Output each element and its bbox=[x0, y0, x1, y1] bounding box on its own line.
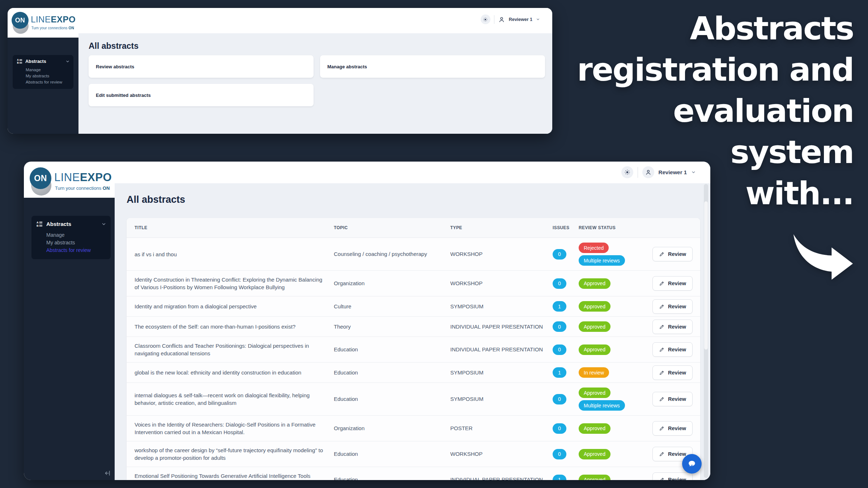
status-badge: Multiple reviews bbox=[579, 255, 625, 266]
card-manage-abstracts[interactable]: Manage abstracts bbox=[320, 55, 545, 78]
pen-edit-icon bbox=[659, 425, 665, 431]
column-header-topic: TOPIC bbox=[334, 225, 450, 230]
abstract-title: global is the new local: ethnicity and i… bbox=[127, 364, 334, 381]
review-button[interactable]: Review bbox=[652, 421, 693, 436]
status-badge: Approved bbox=[579, 388, 610, 398]
divider bbox=[638, 167, 638, 178]
sidebar-item-my-abstracts[interactable]: My abstracts bbox=[46, 239, 106, 247]
logo-circle-text: ON bbox=[15, 17, 25, 24]
brand-name-bold: EXPO bbox=[51, 14, 76, 24]
review-button[interactable]: Review bbox=[652, 276, 693, 291]
window-scrollbar[interactable] bbox=[704, 184, 708, 478]
table-row: workshop of the career design by “self-f… bbox=[127, 441, 700, 467]
review-button[interactable]: Review bbox=[652, 472, 693, 480]
sidebar-item-abstracts-for-review[interactable]: Abstracts for review bbox=[26, 79, 70, 85]
review-button[interactable]: Review bbox=[652, 320, 693, 334]
sidebar-item-abstracts[interactable]: A B Abstracts bbox=[37, 221, 106, 227]
issues-count-badge: 0 bbox=[553, 344, 566, 355]
pen-edit-icon bbox=[659, 324, 665, 330]
review-status-cell: ApprovedMultiple reviews bbox=[579, 383, 645, 415]
sidebar-menu: A B Abstracts Manage My abstracts Abstra… bbox=[31, 216, 111, 259]
review-button-label: Review bbox=[668, 425, 686, 431]
abstract-topic: Education bbox=[334, 395, 450, 403]
sidebar-item-abstracts-for-review[interactable]: Abstracts for review bbox=[46, 247, 106, 254]
abstract-type: WORKSHOP bbox=[450, 251, 553, 258]
pen-edit-icon bbox=[659, 347, 665, 352]
theme-toggle-button[interactable] bbox=[481, 14, 490, 24]
page-title: All abstracts bbox=[89, 41, 139, 51]
review-button-label: Review bbox=[668, 324, 686, 330]
brand-name-regular: LINE bbox=[54, 171, 80, 184]
tagline-text: Turn your connections bbox=[31, 26, 69, 30]
status-badge: Multiple reviews bbox=[579, 400, 625, 411]
review-button[interactable]: Review bbox=[652, 247, 693, 261]
logo-circle-text: ON bbox=[34, 174, 47, 183]
status-badge: Approved bbox=[579, 449, 610, 459]
review-button-label: Review bbox=[668, 281, 686, 286]
issues-count-badge: 1 bbox=[553, 301, 566, 312]
headline-line: Abstracts bbox=[577, 8, 854, 49]
logo-area: ON LINEEXPO Turn your connections ON bbox=[8, 8, 78, 38]
pen-edit-icon bbox=[659, 304, 665, 309]
abstract-type: WORKSHOP bbox=[450, 280, 553, 287]
abstract-topic: Organization bbox=[334, 425, 450, 432]
tagline-bold: ON bbox=[68, 26, 74, 30]
abstract-type: SYMPOSIUM bbox=[450, 369, 553, 376]
theme-toggle-button[interactable] bbox=[621, 166, 633, 178]
abstract-topic: Education bbox=[334, 346, 450, 353]
sidebar-item-abstracts[interactable]: A B Abstracts bbox=[17, 59, 70, 64]
review-button[interactable]: Review bbox=[652, 299, 693, 314]
abstract-title: Identity and migration from a dialogical… bbox=[127, 297, 334, 315]
user-menu[interactable]: Reviewer 1 bbox=[509, 17, 532, 22]
review-status-cell: Approved bbox=[579, 419, 645, 438]
brand-name-regular: LINE bbox=[31, 14, 51, 24]
issues-count-badge: 0 bbox=[553, 423, 566, 434]
review-button-label: Review bbox=[668, 451, 686, 457]
pen-edit-icon bbox=[659, 281, 665, 286]
page-title: All abstracts bbox=[127, 194, 185, 205]
user-icon bbox=[645, 169, 652, 176]
review-button[interactable]: Review bbox=[652, 392, 693, 406]
card-review-abstracts[interactable]: Review abstracts bbox=[89, 55, 314, 78]
issues-count-badge: 0 bbox=[553, 394, 566, 404]
review-status-cell: In review bbox=[579, 363, 645, 382]
review-button-label: Review bbox=[668, 370, 686, 376]
sidebar-collapse-button[interactable] bbox=[104, 470, 111, 478]
abstract-title: Voices in the Identity of Researchers: D… bbox=[127, 416, 334, 441]
sidebar-item-manage[interactable]: Manage bbox=[26, 67, 70, 73]
sun-icon bbox=[624, 169, 630, 175]
chat-widget-button[interactable] bbox=[682, 454, 702, 474]
column-header-issues: ISSUES bbox=[553, 225, 579, 230]
tagline-bold: ON bbox=[103, 185, 110, 191]
issues-count-badge: 0 bbox=[553, 278, 566, 289]
promo-canvas: Abstracts registration and evaluation sy… bbox=[0, 0, 868, 488]
review-button[interactable]: Review bbox=[652, 342, 693, 357]
issues-count-badge: 0 bbox=[553, 249, 566, 260]
review-status-cell: Approved bbox=[579, 444, 645, 464]
abstracts-table: TITLE TOPIC TYPE ISSUES REVIEW STATUS as… bbox=[127, 218, 700, 480]
review-button-label: Review bbox=[668, 251, 686, 257]
table-row: Emotional Self Positioning Towards Gener… bbox=[127, 467, 700, 480]
review-button-label: Review bbox=[668, 304, 686, 309]
sidebar-item-my-abstracts[interactable]: My abstracts bbox=[26, 73, 70, 79]
abstract-type: POSTER bbox=[450, 425, 553, 432]
content-area: All abstracts Review abstracts Manage ab… bbox=[78, 33, 552, 134]
app-window-overview: ON LINEEXPO Turn your connections ON A B… bbox=[8, 8, 552, 134]
user-menu[interactable]: Reviewer 1 bbox=[659, 169, 687, 175]
sidebar-item-manage[interactable]: Manage bbox=[46, 231, 106, 239]
sun-icon bbox=[483, 17, 488, 22]
chat-bubble-icon bbox=[687, 459, 697, 469]
abstract-topic: Education bbox=[334, 476, 450, 480]
review-status-cell: RejectedMultiple reviews bbox=[579, 238, 645, 270]
card-edit-submitted-abstracts[interactable]: Edit submitted abstracts bbox=[89, 84, 314, 106]
scrollbar-thumb[interactable] bbox=[704, 201, 708, 350]
table-row: Classroom Conflicts and Teacher Position… bbox=[127, 337, 700, 363]
sidebar: ON LINEEXPO Turn your connections ON A B… bbox=[8, 8, 78, 134]
table-row: Identity Construction in Threatening Con… bbox=[127, 271, 700, 296]
abstract-title: The ecosystem of the Self: can more-than… bbox=[127, 318, 334, 335]
review-button[interactable]: Review bbox=[652, 365, 693, 380]
issues-count-badge: 1 bbox=[553, 367, 566, 378]
abstract-type: SYMPOSIUM bbox=[450, 303, 553, 310]
review-button-label: Review bbox=[668, 396, 686, 402]
top-bar: Reviewer 1 bbox=[78, 8, 552, 33]
